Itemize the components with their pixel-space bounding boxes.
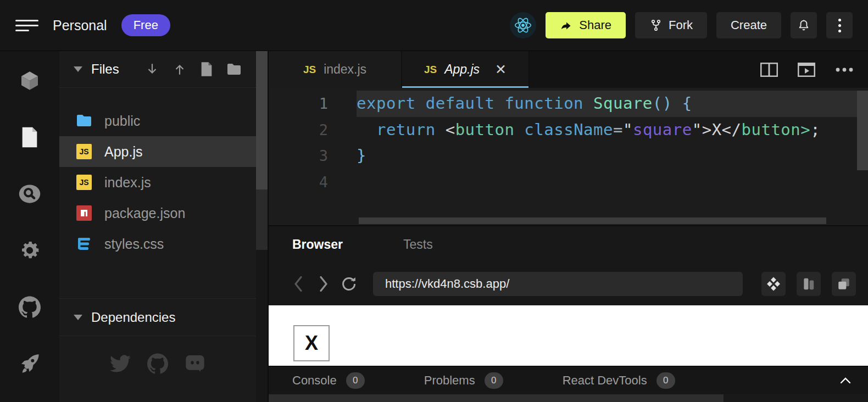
rocket-icon[interactable] xyxy=(18,353,41,375)
files-title: Files xyxy=(91,62,119,77)
file-name: index.js xyxy=(104,175,151,191)
social-links xyxy=(59,353,256,375)
css-file-icon xyxy=(77,237,91,251)
search-icon[interactable] xyxy=(18,183,41,205)
editor: JSindex.jsJSApp.js✕ xyxy=(269,51,868,225)
line-number: 2 xyxy=(269,117,357,143)
devtools-label: Problems xyxy=(424,373,475,388)
more-options-icon[interactable] xyxy=(835,68,854,72)
file-name: styles.css xyxy=(104,236,164,252)
responsive-panes-icon[interactable] xyxy=(797,272,821,296)
top-bar: Personal Free Share xyxy=(0,0,868,51)
folder-icon xyxy=(76,114,92,127)
box-icon[interactable] xyxy=(18,70,41,92)
file-name: public xyxy=(104,113,140,129)
plan-badge: Free xyxy=(121,14,170,36)
preview-tab-tests[interactable]: Tests xyxy=(403,237,433,252)
code-line-3[interactable]: 3} xyxy=(269,143,868,169)
download-icon[interactable] xyxy=(145,62,159,77)
preview-actions-icon[interactable] xyxy=(761,272,786,296)
code-editor[interactable]: 1export default function Square() {2 ret… xyxy=(269,88,868,225)
file-item-index-js[interactable]: JSindex.js xyxy=(59,167,256,198)
panel-horizontal-scrollbar[interactable] xyxy=(269,394,868,402)
file-item-package-json[interactable]: package.json xyxy=(59,198,256,228)
fork-button[interactable]: Fork xyxy=(635,12,707,38)
activity-bar xyxy=(0,51,59,402)
devtools-label: Console xyxy=(292,373,337,388)
refresh-icon[interactable] xyxy=(339,274,359,294)
code-text: return <button className="square">X</but… xyxy=(357,117,868,143)
count-badge: 0 xyxy=(656,372,675,389)
devtools-item-console[interactable]: Console0 xyxy=(292,372,365,389)
back-icon[interactable] xyxy=(288,274,308,294)
react-atom-icon xyxy=(514,16,532,35)
npm-file-icon xyxy=(76,205,92,221)
upload-icon[interactable] xyxy=(173,62,187,77)
dependencies-header[interactable]: Dependencies xyxy=(59,299,256,336)
scrollbar-thumb[interactable] xyxy=(269,394,724,402)
preview-tab-browser[interactable]: Browser xyxy=(292,237,343,252)
editor-tabbar: JSindex.jsJSApp.js✕ xyxy=(269,51,868,88)
chevron-down-icon xyxy=(74,66,82,72)
code-line-4[interactable]: 4 xyxy=(269,169,868,196)
twitter-icon[interactable] xyxy=(109,353,131,375)
editor-tab-index-js[interactable]: JSindex.js xyxy=(269,51,402,88)
github-icon[interactable] xyxy=(18,296,41,318)
code-line-2[interactable]: 2 return <button className="square">X</b… xyxy=(269,117,868,143)
share-button[interactable]: Share xyxy=(546,12,626,38)
create-button[interactable]: Create xyxy=(716,12,781,38)
explorer-scrollbar[interactable] xyxy=(256,51,268,402)
forward-icon[interactable] xyxy=(314,274,333,294)
url-input[interactable] xyxy=(373,272,743,296)
fork-label: Fork xyxy=(669,18,693,32)
file-item-app-js[interactable]: JSApp.js xyxy=(59,136,256,167)
notifications-button[interactable] xyxy=(791,12,817,38)
browser-viewport: X xyxy=(269,305,868,366)
square-button[interactable]: X xyxy=(293,325,330,361)
chevron-down-icon xyxy=(74,315,82,320)
tab-label: index.js xyxy=(324,62,366,77)
js-file-icon: JS xyxy=(303,64,316,76)
new-folder-icon[interactable] xyxy=(226,63,242,76)
preview-layout-icon[interactable] xyxy=(798,63,815,77)
menu-icon[interactable] xyxy=(15,16,38,35)
file-item-styles-css[interactable]: styles.css xyxy=(59,228,256,259)
file-list: publicJSApp.jsJSindex.jspackage.jsonstyl… xyxy=(59,105,256,259)
file-item-public[interactable]: public xyxy=(59,105,256,136)
preview-tabs: BrowserTests xyxy=(269,226,868,263)
editor-vertical-scrollbar[interactable] xyxy=(857,91,868,170)
split-editor-icon[interactable] xyxy=(760,63,778,77)
react-logo xyxy=(510,12,536,38)
tab-label: App.js xyxy=(444,62,480,77)
scrollbar-track xyxy=(256,189,268,250)
scrollbar-thumb[interactable] xyxy=(256,51,268,189)
devtools-item-problems[interactable]: Problems0 xyxy=(424,372,503,389)
chevron-up-icon[interactable] xyxy=(839,377,852,384)
github-icon[interactable] xyxy=(147,353,169,375)
discord-icon[interactable] xyxy=(184,353,206,375)
line-number: 1 xyxy=(269,91,357,117)
new-file-icon[interactable] xyxy=(200,62,213,77)
codesandbox-app: Personal Free Share xyxy=(0,0,868,402)
count-badge: 0 xyxy=(485,372,503,389)
create-label: Create xyxy=(731,18,767,32)
share-icon xyxy=(560,19,573,32)
code-line-1[interactable]: 1export default function Square() { xyxy=(269,91,868,117)
editor-tab-app-js[interactable]: JSApp.js✕ xyxy=(402,51,530,88)
workspace-name[interactable]: Personal xyxy=(53,18,107,34)
more-menu-button[interactable] xyxy=(826,12,853,38)
close-tab-icon[interactable]: ✕ xyxy=(495,63,507,76)
fork-icon xyxy=(649,19,663,32)
js-file-icon: JS xyxy=(76,144,92,159)
js-file-icon: JS xyxy=(76,175,92,190)
preview-panel: BrowserTests xyxy=(269,225,868,402)
editor-horizontal-scrollbar[interactable] xyxy=(359,217,826,224)
gear-icon[interactable] xyxy=(18,239,41,261)
share-label: Share xyxy=(579,18,611,32)
file-icon[interactable] xyxy=(18,126,41,148)
devtools-item-react-devtools[interactable]: React DevTools0 xyxy=(563,372,675,389)
count-badge: 0 xyxy=(346,372,365,389)
code-text: export default function Square() { xyxy=(357,91,868,117)
files-section-header[interactable]: Files xyxy=(59,51,256,88)
open-window-icon[interactable] xyxy=(832,272,856,296)
